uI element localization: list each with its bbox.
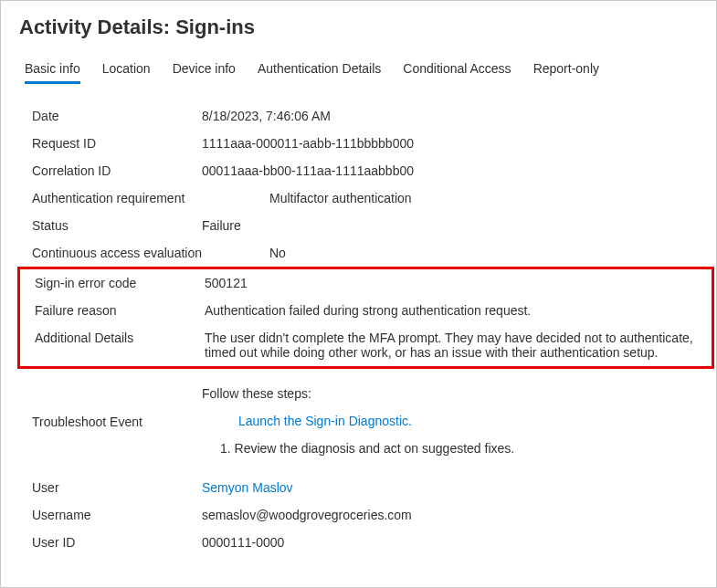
row-auth-requirement: Authentication requirement Multifactor a… (1, 184, 716, 212)
launch-diagnostic-link[interactable]: Launch the Sign-in Diagnostic. (238, 414, 412, 428)
details-list: Date 8/18/2023, 7:46:06 AM Request ID 11… (1, 102, 716, 556)
label-date: Date (32, 109, 202, 123)
row-request-id: Request ID 1111aaa-000011-aabb-111bbbbb0… (1, 130, 716, 157)
label-cae: Continuous access evaluation (32, 246, 269, 260)
label-failure-reason: Failure reason (35, 303, 205, 318)
tab-conditional-access[interactable]: Conditional Access (403, 61, 511, 84)
user-link[interactable]: Semyon Maslov (202, 480, 293, 495)
value-failure-reason: Authentication failed during strong auth… (205, 303, 712, 318)
tab-report-only[interactable]: Report-only (533, 61, 599, 84)
value-status: Failure (202, 218, 716, 233)
value-date: 8/18/2023, 7:46:06 AM (202, 109, 716, 123)
label-additional-details: Additional Details (35, 331, 205, 345)
row-cae: Continuous access evaluation No (1, 239, 716, 267)
row-correlation-id: Correlation ID 00011aaa-bb00-111aa-1111a… (1, 157, 716, 184)
troubleshoot-step-1: 1. Review the diagnosis and act on sugge… (202, 438, 709, 460)
tab-bar: Basic info Location Device info Authenti… (1, 61, 716, 84)
label-status: Status (32, 218, 202, 233)
label-troubleshoot: Troubleshoot Event (32, 415, 202, 429)
row-user: User Semyon Maslov (1, 474, 716, 501)
row-additional-details: Additional Details The user didn't compl… (20, 324, 712, 366)
row-troubleshoot: Troubleshoot Event Follow these steps: L… (1, 369, 716, 474)
value-auth-requirement: Multifactor authentication (269, 191, 716, 205)
label-correlation-id: Correlation ID (32, 163, 202, 178)
label-user: User (32, 480, 202, 495)
highlight-error-section: Sign-in error code 500121 Failure reason… (17, 267, 714, 369)
value-correlation-id: 00011aaa-bb00-111aa-1111aabbb00 (202, 163, 716, 178)
value-username: semaslov@woodgrovegroceries.com (202, 508, 716, 522)
troubleshoot-follow-text: Follow these steps: (202, 383, 709, 405)
tab-device-info[interactable]: Device info (173, 61, 236, 84)
label-error-code: Sign-in error code (35, 276, 205, 290)
value-request-id: 1111aaa-000011-aabb-111bbbbb000 (202, 136, 716, 151)
value-additional-details: The user didn't complete the MFA prompt.… (205, 331, 712, 360)
row-failure-reason: Failure reason Authentication failed dur… (20, 297, 712, 324)
label-user-id: User ID (32, 535, 202, 550)
label-request-id: Request ID (32, 136, 202, 151)
row-username: Username semaslov@woodgrovegroceries.com (1, 501, 716, 529)
row-error-code: Sign-in error code 500121 (20, 269, 712, 297)
page-title: Activity Details: Sign-ins (1, 16, 716, 61)
row-status: Status Failure (1, 212, 716, 239)
value-error-code: 500121 (205, 276, 712, 290)
value-cae: No (269, 246, 716, 260)
tab-location[interactable]: Location (102, 61, 151, 84)
row-date: Date 8/18/2023, 7:46:06 AM (1, 102, 716, 130)
row-user-id: User ID 0000111-0000 (1, 529, 716, 556)
activity-details-panel: Activity Details: Sign-ins Basic info Lo… (0, 0, 717, 588)
value-troubleshoot: Follow these steps: Launch the Sign-in D… (202, 383, 716, 459)
value-user-id: 0000111-0000 (202, 535, 716, 550)
tab-basic-info[interactable]: Basic info (25, 61, 80, 84)
tab-authentication-details[interactable]: Authentication Details (258, 61, 381, 84)
label-username: Username (32, 508, 202, 522)
label-auth-requirement: Authentication requirement (32, 191, 269, 205)
